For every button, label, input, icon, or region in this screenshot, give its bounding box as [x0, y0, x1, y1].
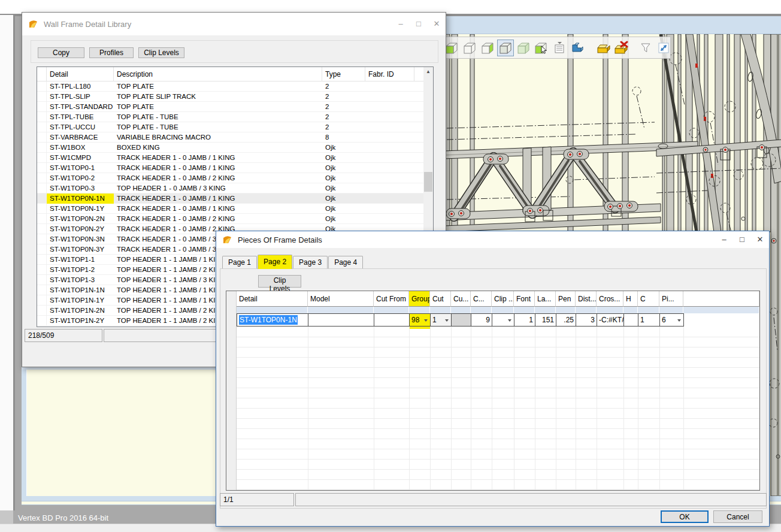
grid-header-cros-[interactable]: Cros... [597, 291, 623, 307]
grid-header-detail[interactable]: Detail [237, 291, 308, 307]
minimize-icon[interactable]: – [392, 13, 410, 35]
grid-cell-cut[interactable]: 1 [430, 313, 452, 327]
copy-button[interactable]: Copy [38, 47, 84, 58]
new-row-cell[interactable] [638, 307, 659, 313]
new-row-cell[interactable] [492, 307, 514, 313]
header-type[interactable]: Type [322, 67, 365, 81]
grid-header-clip-[interactable]: Clip ... [492, 291, 514, 307]
delete-group-box-icon[interactable] [612, 40, 629, 56]
grid-header-cut[interactable]: Cut [430, 291, 451, 307]
cancel-button[interactable]: Cancel [713, 510, 762, 523]
new-row-cell[interactable] [430, 307, 451, 313]
table-row[interactable]: ST-W1CMPDTRACK HEADER 1 - 0 JAMB / 1 KIN… [37, 153, 423, 163]
table-row[interactable]: ST-W1TOP0-1TRACK HEADER 1 - 0 JAMB / 1 K… [37, 163, 423, 173]
table-row[interactable]: ST-TPL-SLIPTOP PLATE SLIP TRACK2 [37, 92, 423, 102]
filter-funnel-icon[interactable] [637, 40, 654, 56]
grid-cell-h[interactable] [623, 313, 638, 327]
header-fabr-id[interactable]: Fabr. ID [365, 67, 414, 81]
close-icon[interactable]: ✕ [428, 13, 446, 35]
tab-page-4[interactable]: Page 4 [328, 256, 363, 269]
pieces-grid[interactable]: DetailModelCut FromGroupCutCu...C...Clip… [226, 291, 760, 491]
new-row-cell[interactable] [308, 307, 374, 313]
grid-cell-c2[interactable]: 1 [638, 313, 660, 327]
grid-cell-detail[interactable]: ST-W1TOP0N-1N [237, 313, 308, 327]
clip-levels-button[interactable]: Clip Levels [258, 275, 301, 288]
fit-to-view-icon[interactable] [655, 40, 672, 56]
maximize-icon[interactable]: □ [733, 231, 751, 248]
tab-page-2[interactable]: Page 2 [258, 255, 292, 269]
grid-header-cu-[interactable]: Cu... [451, 291, 471, 307]
grid-header-c[interactable]: C [638, 291, 659, 307]
grid-header-font[interactable]: Font [514, 291, 535, 307]
table-row[interactable]: ST-W1TOP0-2TRACK HEADER 1 - 0 JAMB / 2 K… [37, 173, 423, 183]
tab-page-1[interactable]: Page 1 [222, 256, 257, 269]
new-row-cell[interactable] [659, 307, 683, 313]
grid-cell-c[interactable]: 9 [471, 313, 492, 327]
grid-cell-dist[interactable]: 3 [576, 313, 597, 327]
profiles-button[interactable]: Profiles [89, 47, 134, 58]
clip-levels-button[interactable]: Clip Levels [138, 47, 184, 58]
new-row-cell[interactable] [683, 307, 759, 313]
grid-cell-cu[interactable] [451, 313, 471, 327]
grid-header-pen[interactable]: Pen [556, 291, 576, 307]
select-face-cube-icon[interactable] [533, 40, 550, 56]
grid-cell-group[interactable]: 98 [409, 313, 431, 327]
table-row[interactable]: ST-TPL-TUBETOP PLATE - TUBE2 [37, 112, 423, 122]
grid-cell-model[interactable] [308, 313, 374, 327]
grid-header-model[interactable]: Model [308, 291, 374, 307]
chevron-down-icon[interactable] [424, 319, 428, 322]
new-row-cell[interactable] [374, 307, 409, 313]
grid-header-group[interactable]: Group [409, 291, 430, 307]
header-detail[interactable]: Detail [47, 67, 114, 81]
new-row-cell[interactable] [451, 307, 471, 313]
table-row[interactable]: ST-W1TOP0N-1NTRACK HEADER 1 - 0 JAMB / 1… [37, 194, 423, 204]
view-cube-hidden-line-icon[interactable] [497, 40, 514, 56]
table-row[interactable]: ST-TPL-UCCUTOP PLATE - TUBE2 [37, 122, 423, 132]
minimize-icon[interactable]: – [715, 231, 733, 248]
grid-header-h[interactable]: H [623, 291, 638, 307]
table-row[interactable]: ST-W1TOP0N-2NTRACK HEADER 1 - 0 JAMB / 2… [37, 214, 423, 224]
drawing-sheet-list-icon[interactable] [551, 40, 568, 56]
table-row[interactable]: ST-TPL-L180TOP PLATE2 [37, 81, 423, 92]
new-row-cell[interactable] [597, 307, 623, 313]
view-cube-shaded-icon[interactable] [515, 40, 532, 56]
grid-cell-pi[interactable]: 6 [659, 313, 684, 327]
new-row-cell[interactable] [535, 307, 556, 313]
ok-button[interactable]: OK [661, 510, 709, 523]
table-row[interactable]: ST-W1BOXBOXED KINGOjk [37, 143, 423, 153]
chevron-down-icon[interactable] [508, 319, 511, 322]
grid-header-la-[interactable]: La... [535, 291, 556, 307]
table-row[interactable]: ST-W1TOP0-3TOP HEADER 1 - 0 JAMB / 3 KIN… [37, 183, 423, 194]
new-row-cell[interactable] [556, 307, 576, 313]
header-description[interactable]: Description [114, 67, 322, 81]
grid-cell-pen[interactable]: .25 [556, 313, 576, 327]
new-row-cell[interactable] [576, 307, 597, 313]
table-row[interactable]: ST-TPL-STANDARDTOP PLATE2 [37, 102, 423, 112]
grid-cell-la[interactable]: 151 [535, 313, 556, 327]
grid-header-c-[interactable]: C... [471, 291, 492, 307]
library-titlebar[interactable]: Wall Frame Detail Library – □ ✕ [22, 13, 446, 35]
grid-cell-font[interactable]: 1 [514, 313, 535, 327]
new-row-cell[interactable] [514, 307, 535, 313]
grid-cell-cut_from[interactable] [374, 313, 410, 327]
view-cube-wireframe-icon[interactable] [461, 40, 478, 56]
scrollbar-thumb[interactable] [424, 172, 432, 192]
new-row-cell[interactable] [623, 307, 638, 313]
grid-cell-clip[interactable] [492, 313, 514, 327]
grid-header-dist-[interactable]: Dist... [576, 291, 597, 307]
new-row-cell[interactable] [237, 307, 308, 313]
group-box-icon[interactable] [594, 40, 611, 56]
chevron-down-icon[interactable] [445, 319, 449, 322]
tab-page-3[interactable]: Page 3 [293, 256, 328, 269]
scroll-up-icon[interactable]: ▲ [423, 67, 433, 77]
new-row-cell[interactable] [409, 307, 430, 313]
chevron-down-icon[interactable] [677, 319, 681, 322]
table-row[interactable]: ST-W1TOP0N-1YTRACK HEADER 1 - 0 JAMB / 1… [37, 204, 423, 214]
view-cube-right-face-icon[interactable] [479, 40, 496, 56]
new-row-cell[interactable] [471, 307, 492, 313]
close-icon[interactable]: ✕ [751, 231, 769, 248]
pieces-titlebar[interactable]: Pieces Of Frame Details – □ ✕ [216, 231, 769, 248]
grid-header-cut-from[interactable]: Cut From [374, 291, 409, 307]
profile-extrusion-icon[interactable] [569, 40, 586, 56]
maximize-icon[interactable]: □ [410, 13, 428, 35]
